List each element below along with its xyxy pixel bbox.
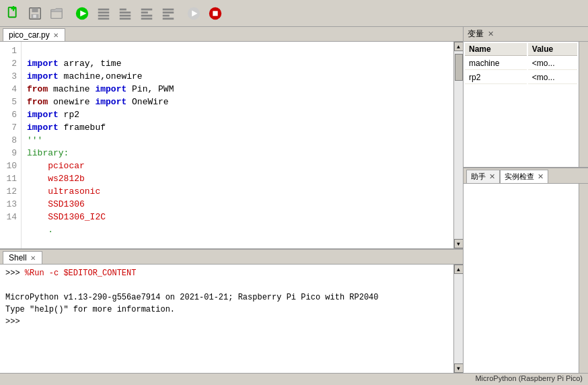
step-over-button[interactable] bbox=[116, 4, 135, 23]
scroll-track[interactable] bbox=[454, 51, 463, 239]
stop-icon bbox=[208, 6, 223, 21]
assistant-scroll-area bbox=[464, 184, 588, 373]
instance-tab-label: 实例检查 bbox=[505, 172, 534, 182]
debug-step-button[interactable] bbox=[94, 4, 113, 23]
variables-content: Name Value machine <mo... rp2 <mo. bbox=[464, 42, 579, 167]
stop-button[interactable] bbox=[206, 4, 225, 23]
var-value-cell: <mo... bbox=[528, 57, 577, 70]
right-panel: 变量 ✕ Name Value machine bbox=[464, 27, 588, 373]
editor-with-scroll: 1 2 3 4 5 6 7 8 9 10 11 12 13 bbox=[0, 42, 463, 248]
run-icon bbox=[75, 6, 89, 21]
assistant-tab-close[interactable]: ✕ bbox=[489, 172, 495, 181]
shell-area: Shell ✕ >>> %Run -c $EDITOR_CONTENT Micr… bbox=[0, 248, 463, 373]
code-editor[interactable]: 1 2 3 4 5 6 7 8 9 10 11 12 13 bbox=[0, 42, 453, 248]
svg-rect-4 bbox=[32, 7, 38, 11]
save-button[interactable] bbox=[26, 4, 44, 23]
toolbar bbox=[0, 0, 588, 27]
instance-tab-close[interactable]: ✕ bbox=[538, 172, 544, 181]
svg-rect-15 bbox=[120, 11, 131, 13]
assistant-content bbox=[464, 184, 579, 373]
new-file-button[interactable] bbox=[4, 4, 23, 23]
var-name-header: Name bbox=[465, 43, 527, 56]
svg-rect-24 bbox=[163, 14, 170, 16]
assistant-vscrollbar[interactable] bbox=[579, 184, 588, 373]
new-file-icon bbox=[6, 6, 21, 21]
shell-tab-label: Shell bbox=[9, 253, 27, 262]
assistant-tab[interactable]: 助手 ✕ bbox=[466, 170, 500, 183]
left-panel: pico_car.py ✕ 1 2 3 4 5 6 7 bbox=[0, 27, 464, 373]
editor-tab-close[interactable]: ✕ bbox=[52, 32, 59, 39]
status-text: MicroPython (Raspberry Pi Pico) bbox=[475, 374, 583, 382]
shell-tab-close[interactable]: ✕ bbox=[30, 254, 36, 262]
svg-rect-21 bbox=[141, 18, 153, 20]
scroll-up-arrow[interactable]: ▲ bbox=[454, 42, 464, 51]
main-content: pico_car.py ✕ 1 2 3 4 5 6 7 bbox=[0, 27, 588, 373]
editor-vscrollbar[interactable]: ▲ ▼ bbox=[453, 42, 463, 248]
svg-rect-23 bbox=[163, 11, 174, 13]
shell-text-area[interactable]: >>> %Run -c $EDITOR_CONTENT MicroPython … bbox=[0, 265, 453, 373]
assistant-tab-bar: 助手 ✕ 实例检查 ✕ bbox=[464, 168, 588, 184]
shell-tab[interactable]: Shell ✕ bbox=[3, 251, 42, 264]
variables-table: Name Value machine <mo... rp2 <mo. bbox=[464, 42, 579, 85]
code-content: 1 2 3 4 5 6 7 8 9 10 11 12 13 bbox=[0, 42, 453, 248]
svg-rect-18 bbox=[141, 8, 153, 10]
scroll-down-arrow[interactable]: ▼ bbox=[454, 239, 464, 248]
shell-vscrollbar[interactable]: ▲ ▼ bbox=[453, 265, 463, 373]
run-button[interactable] bbox=[73, 4, 91, 23]
editor-tab-bar: pico_car.py ✕ bbox=[0, 27, 463, 42]
resume-icon bbox=[186, 6, 201, 21]
shell-content: >>> %Run -c $EDITOR_CONTENT MicroPython … bbox=[0, 265, 463, 373]
assistant-panel: 助手 ✕ 实例检查 ✕ bbox=[464, 168, 588, 373]
svg-rect-14 bbox=[120, 8, 126, 10]
stepinto-icon bbox=[139, 6, 154, 21]
assistant-tab-label: 助手 bbox=[471, 172, 486, 182]
editor-tab-pico-car[interactable]: pico_car.py ✕ bbox=[3, 28, 65, 41]
svg-rect-25 bbox=[163, 18, 174, 20]
variables-panel-close[interactable]: ✕ bbox=[488, 30, 494, 38]
var-name-cell: machine bbox=[465, 57, 527, 70]
svg-rect-29 bbox=[213, 11, 217, 15]
var-name-cell: rp2 bbox=[465, 71, 527, 84]
svg-rect-19 bbox=[141, 11, 148, 13]
var-value-header: Value bbox=[528, 43, 577, 56]
svg-rect-12 bbox=[98, 14, 110, 16]
step-out-button[interactable] bbox=[159, 4, 178, 23]
editor-area: pico_car.py ✕ 1 2 3 4 5 6 7 bbox=[0, 27, 463, 248]
variables-panel-header: 变量 ✕ bbox=[464, 27, 588, 42]
code-lines[interactable]: import array, time import machine,onewir… bbox=[22, 42, 453, 248]
shell-scroll-down[interactable]: ▼ bbox=[454, 363, 464, 373]
step-into-button[interactable] bbox=[137, 4, 156, 23]
svg-rect-6 bbox=[33, 14, 36, 18]
svg-rect-22 bbox=[163, 8, 174, 10]
variables-panel: 变量 ✕ Name Value machine bbox=[464, 27, 588, 168]
status-bar: MicroPython (Raspberry Pi Pico) bbox=[0, 373, 588, 385]
svg-rect-17 bbox=[120, 18, 131, 20]
stepout-icon bbox=[161, 6, 176, 21]
shell-scroll-up[interactable]: ▲ bbox=[454, 265, 464, 274]
table-row: rp2 <mo... bbox=[465, 71, 577, 84]
svg-rect-16 bbox=[120, 14, 131, 16]
resume-button[interactable] bbox=[184, 4, 203, 23]
load-button[interactable] bbox=[47, 4, 66, 23]
save-icon bbox=[28, 6, 42, 21]
var-value-cell: <mo... bbox=[528, 71, 577, 84]
svg-rect-20 bbox=[141, 14, 153, 16]
debug-icon bbox=[96, 6, 111, 21]
scroll-thumb[interactable] bbox=[455, 54, 463, 81]
shell-scroll-track[interactable] bbox=[454, 274, 463, 363]
instance-tab[interactable]: 实例检查 ✕ bbox=[500, 170, 548, 183]
variables-panel-label: 变量 bbox=[468, 28, 484, 40]
stepover-icon bbox=[118, 6, 133, 21]
svg-rect-10 bbox=[98, 8, 110, 10]
variables-scroll-area: Name Value machine <mo... rp2 <mo. bbox=[464, 42, 588, 167]
line-numbers: 1 2 3 4 5 6 7 8 9 10 11 12 13 bbox=[0, 42, 22, 248]
table-row: machine <mo... bbox=[465, 57, 577, 70]
editor-tab-label: pico_car.py bbox=[9, 30, 50, 40]
svg-rect-13 bbox=[98, 18, 110, 20]
load-icon bbox=[49, 6, 64, 21]
variables-vscrollbar[interactable] bbox=[579, 42, 588, 167]
shell-tab-bar: Shell ✕ bbox=[0, 250, 463, 265]
svg-rect-11 bbox=[98, 11, 110, 13]
